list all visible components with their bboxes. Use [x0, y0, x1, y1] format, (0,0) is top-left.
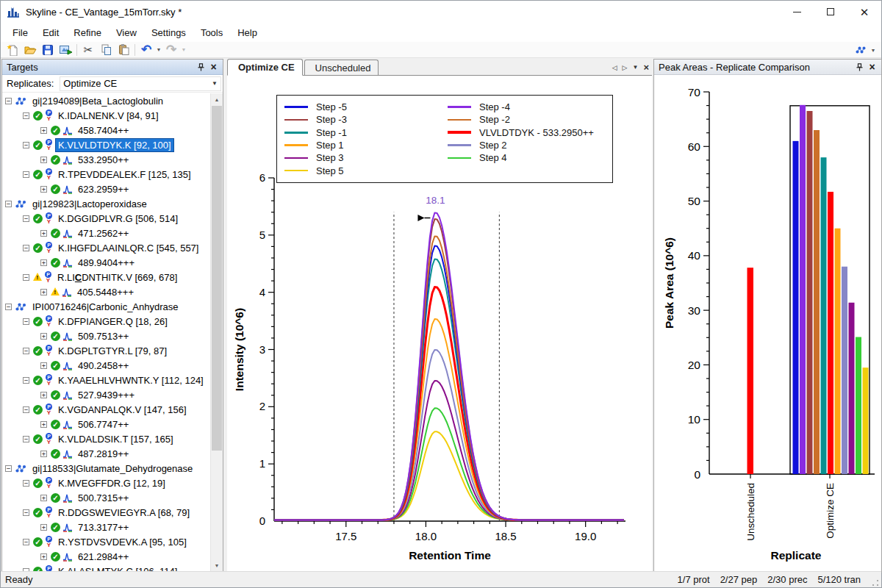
undo-button[interactable]: ↶ [137, 42, 155, 57]
tab-scroll-right-icon[interactable]: ▷ [623, 64, 628, 71]
tree-item-peptide[interactable]: −✓PYK.DGGIDPLVR.G [506, 514] [2, 211, 210, 226]
tab-list-icon[interactable]: ▼ [632, 64, 638, 71]
replicates-dropdown[interactable]: Optimize CE ▼ [60, 76, 221, 91]
expand-toggle-icon[interactable]: + [40, 230, 47, 237]
expand-toggle-icon[interactable]: + [40, 333, 47, 340]
expand-toggle-icon[interactable]: − [23, 171, 29, 178]
undo-dropdown-icon[interactable]: ▼ [155, 47, 162, 52]
menu-item-help[interactable]: Help [230, 24, 265, 41]
tree-item-transition_group[interactable]: +✓509.7513++ [2, 329, 210, 343]
peak-areas-chart[interactable]: 010203040506070Peak Area (10^6)Unschedul… [654, 75, 881, 572]
expand-toggle-icon[interactable]: − [23, 245, 29, 251]
pin-button[interactable] [853, 61, 866, 74]
tab-scroll-left-icon[interactable]: ◁ [612, 64, 617, 71]
tree-item-peptide[interactable]: −✓PYK.DFPIANGER.Q [18, 26] [2, 314, 210, 329]
tree-item-transition_group[interactable]: +✓500.7315++ [2, 490, 210, 505]
tree-item-transition_group[interactable]: +✓458.7404++ [2, 123, 210, 137]
expand-toggle-icon[interactable]: − [23, 539, 29, 545]
tree-item-transition_group[interactable]: +✓533.2950++ [2, 152, 210, 167]
expand-toggle-icon[interactable]: + [40, 362, 47, 369]
tree-item-peptide[interactable]: −✓PYK.VLVLDTDYK.K [92, 100] [2, 137, 210, 152]
expand-toggle-icon[interactable]: + [40, 186, 47, 193]
paste-button[interactable] [115, 42, 132, 57]
tree-item-peptide[interactable]: −✓PYK.IHGFDLAAINLQR.C [545, 557] [2, 240, 210, 255]
maximize-button[interactable] [814, 1, 847, 23]
expand-toggle-icon[interactable]: + [40, 524, 47, 531]
menu-item-file[interactable]: File [5, 24, 35, 41]
tree-item-transition_group[interactable]: +✓527.9439+++ [2, 387, 210, 402]
expand-toggle-icon[interactable]: − [23, 509, 29, 516]
resize-grip[interactable] [871, 578, 880, 587]
scroll-up-icon[interactable]: ▲ [211, 93, 223, 106]
tree-item-peptide[interactable]: −PYR.LICDNTHITK.V [669, 678] [2, 270, 210, 284]
menu-item-edit[interactable]: Edit [35, 24, 66, 41]
tree-item-protein[interactable]: −gi|129823|Lactoperoxidase [2, 196, 210, 211]
save-button[interactable] [39, 42, 57, 57]
tree-item-peptide[interactable]: −✓PYK.MVEGFFDR.G [12, 19] [2, 476, 210, 490]
open-button[interactable] [21, 42, 39, 57]
expand-toggle-icon[interactable]: + [40, 392, 47, 398]
tree-item-peptide[interactable]: −✓PYK.IDALNENK.V [84, 91] [2, 108, 210, 123]
expand-toggle-icon[interactable]: − [23, 318, 29, 325]
expand-toggle-icon[interactable]: + [40, 157, 47, 163]
tree-item-peptide[interactable]: −✓PYK.DGPLTGTYR.L [79, 87] [2, 343, 210, 358]
expand-toggle-icon[interactable]: + [40, 127, 47, 134]
tree-item-peptide[interactable]: −✓PYR.DDGSWEVIEGYR.A [68, 79] [2, 505, 210, 520]
expand-toggle-icon[interactable]: − [23, 436, 29, 442]
expand-toggle-icon[interactable]: − [23, 142, 29, 148]
tree-item-protein[interactable]: −gi|118533|Glutamate_Dehydrogenase [2, 461, 210, 476]
redo-button[interactable]: ↷ [162, 42, 180, 57]
tab-optimize-ce[interactable]: Optimize CE [227, 59, 303, 76]
targets-view-dropdown-icon[interactable]: ▼ [870, 48, 877, 53]
expand-toggle-icon[interactable]: − [5, 98, 12, 104]
tab-close-icon[interactable]: × [643, 62, 649, 73]
cut-button[interactable]: ✂ [79, 42, 97, 57]
tab-unscheduled[interactable]: Unscheduled [304, 60, 379, 75]
tree-item-peptide[interactable]: −✓PYK.VLDALDSIK.T [157, 165] [2, 431, 210, 446]
menu-item-tools[interactable]: Tools [193, 24, 230, 41]
targets-scrollbar[interactable]: ▲ ▼ [210, 93, 223, 572]
expand-toggle-icon[interactable]: − [23, 377, 29, 384]
tree-item-transition_group[interactable]: +✓489.9404+++ [2, 255, 210, 270]
scrollbar-thumb[interactable] [212, 106, 222, 451]
menu-item-settings[interactable]: Settings [144, 24, 193, 41]
expand-toggle-icon[interactable]: − [23, 274, 29, 281]
tree-item-transition_group[interactable]: +✓621.2984++ [2, 549, 210, 564]
expand-toggle-icon[interactable]: − [23, 480, 29, 487]
expand-toggle-icon[interactable]: − [23, 348, 29, 354]
tree-item-protein[interactable]: −gi|2194089|Beta_Lactoglobulin [2, 93, 210, 108]
expand-toggle-icon[interactable]: + [40, 259, 47, 266]
expand-toggle-icon[interactable]: − [23, 406, 29, 413]
chromatogram-view[interactable]: 17.518.018.519.00123456Retention TimeInt… [227, 76, 652, 573]
tree-item-transition_group[interactable]: +✓490.2458++ [2, 358, 210, 373]
expand-toggle-icon[interactable]: + [40, 495, 47, 501]
peak-areas-close-button[interactable]: × [866, 61, 878, 74]
tree-item-peptide[interactable]: −✓PYR.TPEVDDEALEK.F [125, 135] [2, 167, 210, 182]
expand-toggle-icon[interactable]: − [5, 304, 12, 310]
tree-item-transition_group[interactable]: +✓713.3177++ [2, 520, 210, 534]
expand-toggle-icon[interactable]: − [23, 112, 29, 119]
menu-item-refine[interactable]: Refine [66, 24, 109, 41]
expand-toggle-icon[interactable]: + [40, 553, 47, 560]
targets-view-button[interactable] [852, 43, 870, 58]
tree-item-transition_group[interactable]: +✓623.2959++ [2, 182, 210, 196]
expand-toggle-icon[interactable]: − [23, 215, 29, 222]
new-document-button[interactable]: ★ [4, 42, 21, 57]
close-button[interactable]: ✕ [847, 1, 881, 23]
import-results-button[interactable] [57, 42, 74, 57]
copy-button[interactable] [97, 42, 115, 57]
tree-item-transition_group[interactable]: +✓506.7747++ [2, 417, 210, 431]
minimize-button[interactable] [780, 1, 814, 23]
scroll-down-icon[interactable]: ▼ [211, 559, 223, 572]
tree-item-transition_group[interactable]: +✓471.2562++ [2, 226, 210, 240]
tree-item-peptide[interactable]: −✓PYK.YAAELHLVHWNTK.Y [112, 124] [2, 373, 210, 387]
tree-item-peptide[interactable]: −✓PYK.VGDANPALQK.V [147, 156] [2, 402, 210, 417]
tree-item-protein[interactable]: −IPI00716246|Carbonic_Anhydrase [2, 299, 210, 314]
pin-button[interactable] [195, 61, 207, 74]
tree-item-transition_group[interactable]: +405.5448+++ [2, 284, 210, 299]
redo-dropdown-icon[interactable]: ▼ [180, 47, 187, 52]
expand-toggle-icon[interactable]: + [40, 421, 47, 428]
expand-toggle-icon[interactable]: − [5, 201, 12, 207]
tree-item-transition_group[interactable]: +✓487.2819++ [2, 446, 210, 461]
expand-toggle-icon[interactable]: + [40, 289, 47, 295]
